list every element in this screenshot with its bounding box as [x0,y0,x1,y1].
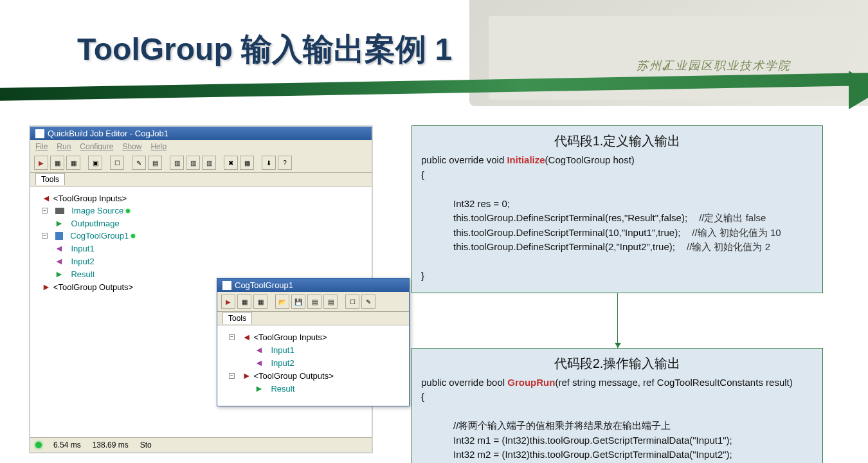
toolbar-btn[interactable]: ⬇ [262,156,276,170]
tree-node[interactable]: Result [271,384,294,394]
arrow-out-icon: ► [42,282,51,292]
toolbar-btn[interactable]: ▤ [148,156,162,170]
toolbar-btn[interactable]: ☐ [110,156,124,170]
code1-title: 代码段1.定义输入输出 [421,131,813,150]
toolgroup-icon [55,232,63,240]
menu-run[interactable]: Run [57,142,71,151]
toolbar-btn[interactable]: ☐ [345,295,359,309]
menu-configure[interactable]: Configure [80,142,113,151]
code-text: { [421,390,813,404]
arrow-out-icon: ► [55,218,64,228]
tools-tab-bar: Tools [30,173,372,186]
flow-arrow-icon [617,293,618,348]
code-text: Int32 res = 0; [453,197,510,212]
toolbar: ▶ ▦ ▦ ▣ ☐ ✎ ▤ ▥ ▥ ▥ ✖ ▦ ⬇ ? [30,153,372,173]
menu-show[interactable]: Show [122,142,141,151]
toolbar-btn[interactable]: ▦ [240,156,254,170]
tree-node[interactable]: <ToolGroup Inputs> [53,194,127,203]
run-button[interactable]: ▶ [221,295,235,309]
subwin-titlebar: CogToolGroup1 [217,278,409,292]
tree-node[interactable]: Image Source [71,206,123,215]
arrow-out-icon: ► [255,383,264,394]
code-text: this.toolGroup.DefineScriptTerminal(10,"… [453,226,680,241]
toolbar-btn[interactable]: ▥ [186,156,200,170]
toolbar-btn[interactable]: ▦ [66,156,80,170]
arrow-in-icon: ◄ [55,243,64,253]
toolbar-btn[interactable]: ▤ [307,295,321,309]
app-icon [222,281,231,290]
toolbar-btn[interactable]: ▣ [88,156,102,170]
toolbar-btn[interactable]: ✎ [132,156,146,170]
status-bar: 6.54 ms 138.69 ms Sto [30,437,372,452]
window-titlebar: QuickBuild Job Editor - CogJob1 [30,127,372,140]
arrow-out-icon: ► [242,370,251,381]
toolbar-btn[interactable]: ▤ [323,295,338,309]
menu-file[interactable]: File [35,142,48,151]
tree-node[interactable]: Result [71,269,95,279]
code-text: (ref string message, ref CogToolResultCo… [555,377,792,388]
collapse-icon[interactable]: − [42,208,48,213]
toolbar-btn[interactable]: ✎ [361,295,375,309]
run-button[interactable]: ▶ [34,156,48,170]
status-time2: 138.69 ms [93,440,129,449]
code-block-2: ↖ 代码段2.操作输入输出 public override bool Group… [411,348,823,464]
status-indicator-icon [35,442,42,448]
slide-header: ✓ 苏州工业园区职业技术学院 ToolGroup 输入输出案例 1 [0,0,868,116]
collapse-icon[interactable]: − [229,334,235,340]
toolbar-btn[interactable]: ▦ [253,295,267,309]
tree-node[interactable]: <ToolGroup Inputs> [253,332,327,342]
collapse-icon[interactable]: − [229,373,235,379]
arrow-in-icon: ◄ [55,256,64,266]
toolbar-btn[interactable]: ▦ [50,156,64,170]
status-dot-icon [131,234,135,238]
code-text: Int32 m1 = (Int32)this.toolGroup.GetScri… [453,433,732,448]
toolbar-btn[interactable]: ▥ [170,156,184,170]
code-text: public override void [421,154,507,165]
tree-node[interactable]: OutputImage [71,219,119,228]
arrow-in-icon: ◄ [255,358,264,368]
tools-tab[interactable]: Tools [35,173,65,185]
arrow-in-icon: ◄ [242,332,251,342]
tree-node[interactable]: CogToolGroup1 [70,231,129,241]
collapse-icon[interactable]: − [42,233,48,239]
code-block-1: 代码段1.定义输入输出 public override void Initial… [411,125,823,293]
toolbar-btn[interactable]: ▦ [237,295,251,309]
tree-node[interactable]: Input1 [71,244,94,253]
menu-help[interactable]: Help [150,142,167,151]
code-text: } [421,269,813,284]
code-comment: //定义输出 false [699,211,766,226]
code-text: { [421,168,813,183]
status-dot-icon [126,209,130,213]
code-text: (CogToolGroup host) [545,154,635,165]
help-button[interactable]: ? [278,156,292,170]
quickbuild-screenshot: QuickBuild Job Editor - CogJob1 File Run… [29,125,373,453]
subwin-title: CogToolGroup1 [235,280,293,290]
cogtoolgroup-window: CogToolGroup1 ▶ ▦ ▦ 📂 💾 ▤ ▤ ☐ ✎ Tools − … [217,278,410,406]
save-button[interactable]: 💾 [291,295,305,309]
tree-node[interactable]: <ToolGroup Outputs> [53,282,133,292]
toolbar-btn[interactable]: ✖ [224,156,238,170]
code-text: this.toolGroup.DefineScriptTerminal(2,"I… [453,240,675,255]
open-button[interactable]: 📂 [275,295,289,309]
tree-node[interactable]: Input2 [271,358,294,368]
page-title: ToolGroup 输入输出案例 1 [77,29,452,70]
tree-node[interactable]: <ToolGroup Outputs> [253,371,333,381]
code-comment: //输入 初始化值为 10 [692,226,781,241]
content-row: QuickBuild Job Editor - CogJob1 File Run… [29,125,868,463]
code-text: public override bool [421,377,507,388]
arrow-in-icon: ◄ [42,193,51,203]
subwin-tree[interactable]: − ◄<ToolGroup Inputs> ◄ Input1 ◄ Input2 … [217,325,409,406]
code-keyword: GroupRun [507,377,555,388]
code-text: Int32 m2 = (Int32)this.toolGroup.GetScri… [453,448,732,462]
menu-bar[interactable]: File Run Configure Show Help [30,140,372,153]
subwin-toolbar: ▶ ▦ ▦ 📂 💾 ▤ ▤ ☐ ✎ [217,292,409,312]
subwin-tools-tab-bar: Tools [217,312,409,325]
code-keyword: Initialize [507,154,545,165]
code-comment: //将两个输入端子的值相乘并将结果放在输出端子上 [453,419,671,433]
window-title: QuickBuild Job Editor - CogJob1 [48,129,168,138]
toolbar-btn[interactable]: ▥ [202,156,216,170]
tree-node[interactable]: Input2 [71,257,94,266]
tools-tab[interactable]: Tools [222,312,252,324]
app-icon [35,129,44,138]
tree-node[interactable]: Input1 [271,345,294,355]
